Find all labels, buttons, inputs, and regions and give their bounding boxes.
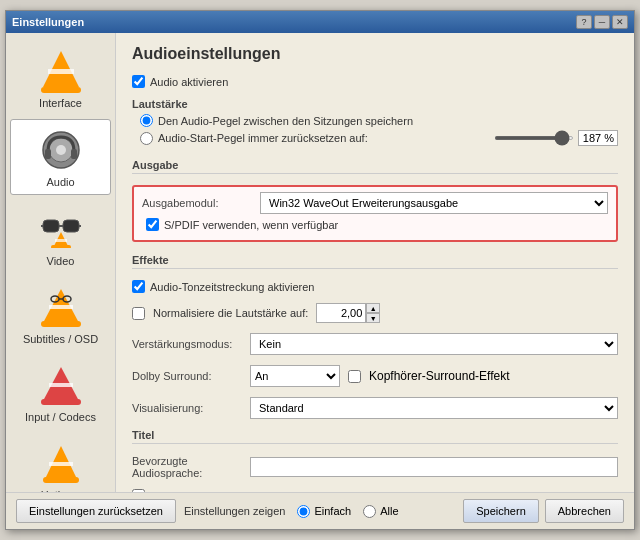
einfach-radio-row: Einfach — [297, 505, 351, 518]
save-button[interactable]: Speichern — [463, 499, 539, 523]
audio-activate-checkbox[interactable] — [132, 75, 145, 88]
main-content: Audioeinstellungen Audio aktivieren Laut… — [116, 33, 634, 492]
einfach-label: Einfach — [314, 505, 351, 517]
svg-rect-26 — [43, 477, 79, 483]
svg-rect-1 — [41, 87, 81, 93]
dolby-label: Dolby Surround: — [132, 370, 242, 382]
radio-save[interactable] — [140, 114, 153, 127]
sidebar-item-interface[interactable]: Interface — [10, 41, 111, 115]
audio-icon — [37, 126, 85, 174]
tonzeitstreckung-row: Audio-Tonzeitstreckung aktivieren — [132, 280, 618, 293]
volume-slider[interactable] — [494, 136, 574, 140]
svg-rect-6 — [45, 149, 51, 159]
radio-reset-label: Audio-Start-Pegel immer zurücksetzen auf… — [158, 132, 368, 144]
ausgabemodul-row: Ausgabemodul: Win32 WaveOut Erweiterungs… — [142, 192, 608, 214]
tonzeitstreckung-label: Audio-Tonzeitstreckung aktivieren — [150, 281, 314, 293]
slider-container: 187 % — [494, 130, 618, 146]
sidebar-item-input[interactable]: Input / Codecs — [10, 355, 111, 429]
spinbox-down[interactable]: ▼ — [366, 313, 380, 323]
video-icon — [37, 205, 85, 253]
page-title: Audioeinstellungen — [132, 45, 618, 63]
close-button[interactable]: ✕ — [612, 15, 628, 29]
cancel-button[interactable]: Abbrechen — [545, 499, 624, 523]
svg-rect-8 — [43, 220, 59, 232]
bottom-bar: Einstellungen zurücksetzen Einstellungen… — [6, 492, 634, 529]
kopfhorer-checkbox[interactable] — [348, 370, 361, 383]
titel-divider: Titel — [132, 429, 618, 444]
bevorzugte-input[interactable] — [250, 457, 618, 477]
settings-show-row: Einstellungen zeigen Einfach Alle — [184, 505, 399, 518]
spdif-row: S/PDIF verwenden, wenn verfügbar — [142, 218, 608, 231]
ausgabe-highlighted: Ausgabemodul: Win32 WaveOut Erweiterungs… — [132, 185, 618, 242]
radio-reset[interactable] — [140, 132, 153, 145]
sidebar-item-audio[interactable]: Audio — [10, 119, 111, 195]
hotkeys-icon — [37, 439, 85, 487]
sidebar-item-audio-label: Audio — [46, 176, 74, 188]
alle-label: Alle — [380, 505, 398, 517]
svg-rect-27 — [49, 462, 73, 466]
sidebar-item-interface-label: Interface — [39, 97, 82, 109]
window-title: Einstellungen — [12, 16, 84, 28]
audio-activate-row: Audio aktivieren — [132, 75, 618, 88]
kopfhorer-label: Kopfhörer-Surround-Effekt — [369, 369, 510, 383]
sidebar-item-hotkeys[interactable]: Hotkeys — [10, 433, 111, 492]
svg-rect-14 — [51, 245, 71, 248]
spinbox-up[interactable]: ▲ — [366, 303, 380, 313]
svg-rect-7 — [71, 149, 77, 159]
alle-radio-row: Alle — [363, 505, 398, 518]
slider-value: 187 % — [578, 130, 618, 146]
alle-radio[interactable] — [363, 505, 376, 518]
bottom-left: Einstellungen zurücksetzen Einstellungen… — [16, 499, 399, 523]
tonzeitstreckung-checkbox[interactable] — [132, 280, 145, 293]
svg-rect-17 — [41, 321, 81, 327]
bottom-buttons: Speichern Abbrechen — [463, 499, 624, 523]
radio-save-label: Den Audio-Pegel zwischen den Sitzungen s… — [158, 115, 413, 127]
verstarkungsmodus-select[interactable]: Kein — [250, 333, 618, 355]
einfach-radio[interactable] — [297, 505, 310, 518]
radio-save-row: Den Audio-Pegel zwischen den Sitzungen s… — [132, 114, 618, 127]
normalisierung-spinbox: ▲ ▼ — [316, 303, 380, 323]
normalisierung-input[interactable] — [316, 303, 366, 323]
verstarkungsmodus-label: Verstärkungsmodus: — [132, 338, 242, 350]
svg-rect-2 — [48, 69, 74, 74]
reset-button[interactable]: Einstellungen zurücksetzen — [16, 499, 176, 523]
interface-icon — [37, 47, 85, 95]
sidebar-item-input-label: Input / Codecs — [25, 411, 96, 423]
settings-window: Einstellungen ? ─ ✕ Interface — [5, 10, 635, 530]
input-icon — [37, 361, 85, 409]
lautstarke-label: Lautstärke — [132, 98, 618, 110]
title-bar: Einstellungen ? ─ ✕ — [6, 11, 634, 33]
svg-rect-18 — [49, 305, 73, 309]
audio-activate-label: Audio aktivieren — [150, 76, 228, 88]
visualisierung-select[interactable]: Standard — [250, 397, 618, 419]
effekte-divider: Effekte — [132, 254, 618, 269]
ausgabemodul-label: Ausgabemodul: — [142, 197, 252, 209]
visualisierung-label: Visualisierung: — [132, 402, 242, 414]
subtitles-icon — [37, 283, 85, 331]
dolby-select[interactable]: An — [250, 365, 340, 387]
sidebar-item-subtitles[interactable]: Subtitles / OSD — [10, 277, 111, 351]
bevorzugte-row: Bevorzugte Audiosprache: — [132, 455, 618, 479]
spdif-label: S/PDIF verwenden, wenn verfügbar — [164, 219, 338, 231]
svg-rect-15 — [55, 239, 67, 242]
spinbox-buttons: ▲ ▼ — [366, 303, 380, 323]
sidebar-item-video[interactable]: Video — [10, 199, 111, 273]
settings-show-label: Einstellungen zeigen — [184, 505, 286, 517]
ausgabe-divider: Ausgabe — [132, 159, 618, 174]
title-bar-buttons: ? ─ ✕ — [576, 15, 628, 29]
minimize-button[interactable]: ─ — [594, 15, 610, 29]
lautstarke-section: Lautstärke Den Audio-Pegel zwischen den … — [132, 98, 618, 149]
spdif-checkbox[interactable] — [146, 218, 159, 231]
visualisierung-row: Visualisierung: Standard — [132, 397, 618, 419]
normalisierung-label: Normalisiere die Lautstärke auf: — [153, 307, 308, 319]
window-body: Interface Audio — [6, 33, 634, 492]
svg-point-5 — [56, 145, 66, 155]
sidebar-item-subtitles-label: Subtitles / OSD — [23, 333, 98, 345]
bevorzugte-label: Bevorzugte Audiosprache: — [132, 455, 242, 479]
sidebar: Interface Audio — [6, 33, 116, 492]
ausgabemodul-select[interactable]: Win32 WaveOut Erweiterungsausgabe — [260, 192, 608, 214]
svg-rect-9 — [63, 220, 79, 232]
normalisierung-checkbox[interactable] — [132, 307, 145, 320]
sidebar-item-video-label: Video — [47, 255, 75, 267]
help-button[interactable]: ? — [576, 15, 592, 29]
